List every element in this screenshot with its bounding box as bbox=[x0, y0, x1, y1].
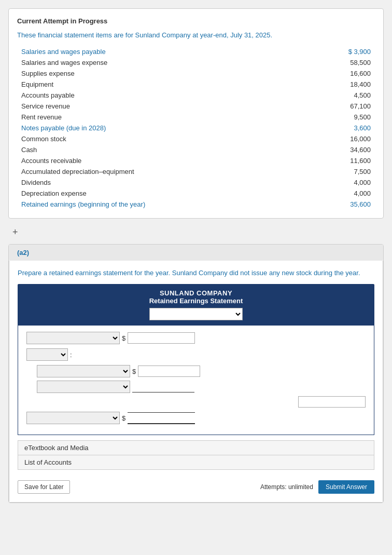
table-row: Salaries and wages expense58,500 bbox=[17, 57, 375, 68]
etextbook-label: eTextbook and Media bbox=[24, 444, 89, 452]
item-label: Notes payable (due in 2028) bbox=[17, 123, 232, 133]
table-row: Rent revenue9,500 bbox=[17, 112, 375, 123]
table-row: Accounts payable4,500 bbox=[17, 90, 375, 101]
item-value: 35,600 bbox=[232, 199, 375, 210]
footer-row: Save for Later Attempts: unlimited Submi… bbox=[18, 476, 374, 494]
item-value: 9,500 bbox=[232, 112, 375, 123]
statement-header: SUNLAND COMPANY Retained Earnings Statem… bbox=[18, 284, 374, 326]
table-row: Common stock16,000 bbox=[17, 133, 375, 144]
subtotal-input[interactable] bbox=[298, 396, 366, 408]
item-value: 4,000 bbox=[232, 188, 375, 199]
list-accounts-label: List of Accounts bbox=[24, 458, 72, 466]
table-row: Equipment18,400 bbox=[17, 79, 375, 90]
statement-title-text: Retained Earnings Statement bbox=[26, 297, 366, 305]
form-row-1: Retained Earnings, August 1, 2024 Net In… bbox=[26, 332, 366, 344]
prepare-text: Prepare a retained earnings statement fo… bbox=[18, 269, 374, 277]
table-row: Dividends4,000 bbox=[17, 177, 375, 188]
date-select[interactable]: For the Month Ended July 31, 2025 For th… bbox=[149, 308, 243, 320]
row2-select[interactable]: Add: Less: bbox=[26, 348, 68, 361]
item-value: 11,600 bbox=[232, 155, 375, 166]
item-label: Accumulated depreciation–equipment bbox=[17, 166, 232, 177]
current-attempt-card: Current Attempt in Progress These financ… bbox=[8, 8, 384, 219]
financial-table: Salaries and wages payable$ 3,900Salarie… bbox=[17, 46, 375, 210]
a2-section: (a2) Prepare a retained earnings stateme… bbox=[8, 244, 384, 503]
dollar-sign-3: $ bbox=[132, 368, 136, 375]
form-row-3: Retained Earnings, August 1, 2024 Net In… bbox=[26, 365, 366, 377]
dollar-sign-5: $ bbox=[122, 414, 125, 422]
colon-label: : bbox=[70, 351, 72, 359]
a2-body: Prepare a retained earnings statement fo… bbox=[9, 261, 383, 503]
form-row-4: Retained Earnings, August 1, 2024 Net In… bbox=[26, 381, 366, 393]
item-label: Salaries and wages expense bbox=[17, 57, 232, 68]
item-value: 3,600 bbox=[232, 123, 375, 133]
row3-input[interactable] bbox=[138, 366, 200, 377]
current-attempt-title: Current Attempt in Progress bbox=[17, 17, 375, 25]
row1-select[interactable]: Retained Earnings, August 1, 2024 Net In… bbox=[26, 332, 120, 344]
dollar-sign-1: $ bbox=[122, 334, 125, 342]
item-label: Rent revenue bbox=[17, 112, 232, 123]
item-value: 16,000 bbox=[232, 133, 375, 144]
item-value: 58,500 bbox=[232, 57, 375, 68]
attempts-text: Attempts: unlimited bbox=[260, 483, 313, 491]
table-row: Accounts receivable11,600 bbox=[17, 155, 375, 166]
row4-input[interactable] bbox=[132, 382, 194, 392]
list-accounts-bar[interactable]: List of Accounts bbox=[18, 455, 374, 470]
form-row-2: Add: Less: : bbox=[26, 348, 366, 361]
item-label: Retained earnings (beginning of the year… bbox=[17, 199, 232, 210]
item-value: 34,600 bbox=[232, 144, 375, 155]
table-row: Notes payable (due in 2028)3,600 bbox=[17, 123, 375, 133]
row3-select[interactable]: Retained Earnings, August 1, 2024 Net In… bbox=[37, 365, 130, 377]
item-label: Depreciation expense bbox=[17, 188, 232, 199]
item-label: Accounts payable bbox=[17, 90, 232, 101]
save-button[interactable]: Save for Later bbox=[18, 480, 70, 494]
item-value: 67,100 bbox=[232, 101, 375, 112]
statement-body: Retained Earnings, August 1, 2024 Net In… bbox=[18, 326, 374, 435]
item-label: Equipment bbox=[17, 79, 232, 90]
etextbook-bar[interactable]: eTextbook and Media bbox=[18, 440, 374, 455]
item-value: 4,500 bbox=[232, 90, 375, 101]
item-label: Accounts receivable bbox=[17, 155, 232, 166]
expand-button[interactable]: + bbox=[8, 225, 22, 240]
submit-button[interactable]: Submit Answer bbox=[318, 480, 374, 494]
item-label: Salaries and wages payable bbox=[17, 46, 232, 57]
row5-select[interactable]: Retained Earnings, August 1, 2024 Net In… bbox=[26, 412, 120, 424]
item-value: $ 3,900 bbox=[232, 46, 375, 57]
item-value: 4,000 bbox=[232, 177, 375, 188]
item-value: 18,400 bbox=[232, 79, 375, 90]
item-label: Cash bbox=[17, 144, 232, 155]
table-row: Salaries and wages payable$ 3,900 bbox=[17, 46, 375, 57]
table-row: Cash34,600 bbox=[17, 144, 375, 155]
row4-select[interactable]: Retained Earnings, August 1, 2024 Net In… bbox=[37, 381, 130, 393]
table-row: Retained earnings (beginning of the year… bbox=[17, 199, 375, 210]
row5-input[interactable] bbox=[128, 412, 195, 424]
row1-input[interactable] bbox=[128, 332, 195, 344]
item-value: 7,500 bbox=[232, 166, 375, 177]
company-name: SUNLAND COMPANY bbox=[26, 289, 366, 297]
a2-header: (a2) bbox=[9, 245, 383, 261]
item-label: Supplies expense bbox=[17, 68, 232, 79]
form-row-5: Retained Earnings, August 1, 2024 Net In… bbox=[26, 412, 366, 424]
table-row: Accumulated depreciation–equipment7,500 bbox=[17, 166, 375, 177]
table-row: Supplies expense16,600 bbox=[17, 68, 375, 79]
item-label: Dividends bbox=[17, 177, 232, 188]
item-label: Common stock bbox=[17, 133, 232, 144]
a2-label: (a2) bbox=[17, 249, 29, 256]
table-row: Service revenue67,100 bbox=[17, 101, 375, 112]
item-value: 16,600 bbox=[232, 68, 375, 79]
intro-text: These financial statement items are for … bbox=[17, 31, 375, 39]
right-footer: Attempts: unlimited Submit Answer bbox=[260, 480, 374, 494]
item-label: Service revenue bbox=[17, 101, 232, 112]
subtotal-row bbox=[26, 396, 366, 408]
table-row: Depreciation expense4,000 bbox=[17, 188, 375, 199]
